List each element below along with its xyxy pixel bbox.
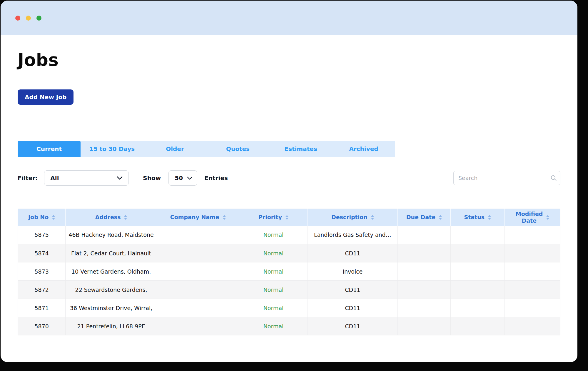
cell-modified-date <box>505 262 560 281</box>
tab-current[interactable]: Current <box>18 141 81 157</box>
app-window: Jobs Add New Job Current 15 to 30 Days O… <box>1 1 577 362</box>
cell-company <box>157 262 239 281</box>
cell-company <box>157 299 239 317</box>
sort-icon <box>371 215 374 220</box>
section-divider <box>18 116 560 116</box>
search-box <box>453 171 560 185</box>
table-row[interactable]: 5871 36 Westminster Drive, Wirral, Norma… <box>18 299 560 317</box>
cell-description: CD11 <box>308 299 397 317</box>
table-row[interactable]: 5874 Flat 2, Cedar Court, Hainault Norma… <box>18 244 560 262</box>
cell-status <box>451 244 505 262</box>
cell-due-date <box>397 317 451 335</box>
cell-description: CD11 <box>308 281 397 299</box>
cell-status <box>451 262 505 281</box>
page-title: Jobs <box>18 50 560 70</box>
filter-select-value: All <box>50 174 59 182</box>
tab-15-to-30-days[interactable]: 15 to 30 Days <box>81 141 143 157</box>
column-header-job-no[interactable]: Job No <box>18 209 66 226</box>
filter-label: Filter: <box>18 174 38 182</box>
cell-job-no: 5875 <box>18 226 66 244</box>
cell-modified-date <box>505 244 560 262</box>
cell-company <box>157 281 239 299</box>
add-new-job-button[interactable]: Add New Job <box>18 89 74 105</box>
cell-modified-date <box>505 299 560 317</box>
cell-address: 10 Vernet Gardens, Oldham, <box>66 262 157 281</box>
column-header-address[interactable]: Address <box>66 209 157 226</box>
show-label: Show <box>143 174 161 182</box>
window-titlebar <box>1 1 577 35</box>
cell-due-date <box>397 226 451 244</box>
cell-description: CD11 <box>308 244 397 262</box>
cell-status <box>451 317 505 335</box>
entries-label: Entries <box>204 174 228 182</box>
column-header-status[interactable]: Status <box>451 209 505 226</box>
cell-status <box>451 226 505 244</box>
sort-icon <box>488 215 491 220</box>
cell-priority: Normal <box>239 317 308 335</box>
cell-job-no: 5872 <box>18 281 66 299</box>
minimize-window-button[interactable] <box>26 16 31 21</box>
close-window-button[interactable] <box>15 16 20 21</box>
table-row[interactable]: 5872 22 Sewardstone Gardens, Normal CD11 <box>18 281 560 299</box>
jobs-table: Job No Address Company Name Priority Des… <box>18 209 560 335</box>
cell-due-date <box>397 262 451 281</box>
tab-older[interactable]: Older <box>143 141 206 157</box>
table-row[interactable]: 5873 10 Vernet Gardens, Oldham, Normal I… <box>18 262 560 281</box>
chevron-down-icon <box>117 176 123 180</box>
column-header-company-name[interactable]: Company Name <box>157 209 239 226</box>
cell-due-date <box>397 299 451 317</box>
column-header-description[interactable]: Description <box>308 209 397 226</box>
column-header-due-date[interactable]: Due Date <box>397 209 451 226</box>
cell-address: 22 Sewardstone Gardens, <box>66 281 157 299</box>
show-entries-select[interactable]: 50 <box>168 170 197 186</box>
cell-status <box>451 299 505 317</box>
cell-due-date <box>397 281 451 299</box>
column-header-priority[interactable]: Priority <box>239 209 308 226</box>
cell-address: 36 Westminster Drive, Wirral, <box>66 299 157 317</box>
sort-icon <box>124 215 127 220</box>
cell-address: 46B Hackney Road, Maidstone <box>66 226 157 244</box>
cell-company <box>157 226 239 244</box>
tab-bar: Current 15 to 30 Days Older Quotes Estim… <box>18 141 560 157</box>
table-row[interactable]: 5875 46B Hackney Road, Maidstone Normal … <box>18 226 560 244</box>
chevron-down-icon <box>187 177 192 180</box>
cell-company <box>157 244 239 262</box>
table-row[interactable]: 5870 21 Pentrefelin, LL68 9PE Normal CD1… <box>18 317 560 335</box>
cell-address: 21 Pentrefelin, LL68 9PE <box>66 317 157 335</box>
cell-address: Flat 2, Cedar Court, Hainault <box>66 244 157 262</box>
cell-modified-date <box>505 226 560 244</box>
sort-icon <box>439 215 442 220</box>
search-icon <box>550 175 557 181</box>
cell-modified-date <box>505 317 560 335</box>
cell-job-no: 5870 <box>18 317 66 335</box>
cell-due-date <box>397 244 451 262</box>
cell-priority: Normal <box>239 281 308 299</box>
cell-job-no: 5871 <box>18 299 66 317</box>
cell-job-no: 5874 <box>18 244 66 262</box>
tab-archived[interactable]: Archived <box>332 141 395 157</box>
cell-priority: Normal <box>239 244 308 262</box>
sort-icon <box>223 215 226 220</box>
filter-toolbar: Filter: All Show 50 Entries <box>18 170 560 186</box>
page-content: Jobs Add New Job Current 15 to 30 Days O… <box>1 50 577 335</box>
cell-priority: Normal <box>239 299 308 317</box>
cell-description: Landlords Gas Safety and… <box>308 226 397 244</box>
tab-estimates[interactable]: Estimates <box>269 141 332 157</box>
cell-job-no: 5873 <box>18 262 66 281</box>
cell-description: Invoice <box>308 262 397 281</box>
filter-select[interactable]: All <box>44 170 129 186</box>
sort-icon <box>52 215 55 220</box>
maximize-window-button[interactable] <box>36 16 41 21</box>
show-entries-value: 50 <box>175 174 183 182</box>
search-input[interactable] <box>453 171 560 185</box>
column-header-modified-date[interactable]: Modified Date <box>505 209 560 226</box>
tab-quotes[interactable]: Quotes <box>206 141 269 157</box>
cell-modified-date <box>505 281 560 299</box>
cell-status <box>451 281 505 299</box>
sort-icon <box>285 215 288 220</box>
cell-description: CD11 <box>308 317 397 335</box>
cell-priority: Normal <box>239 262 308 281</box>
table-header-row: Job No Address Company Name Priority Des… <box>18 209 560 226</box>
cell-company <box>157 317 239 335</box>
sort-icon <box>546 215 549 220</box>
